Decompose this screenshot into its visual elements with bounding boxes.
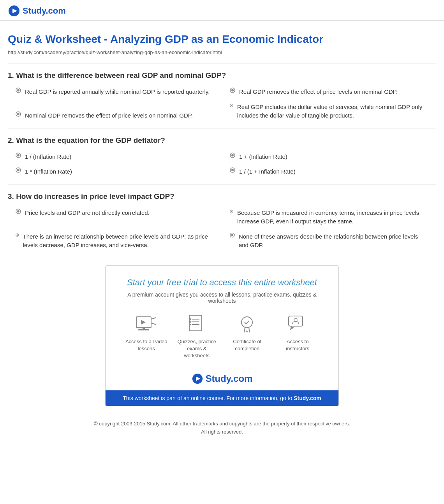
- feature-icon-video-container: [135, 314, 158, 335]
- radio-icon[interactable]: [230, 88, 235, 93]
- question-3: 3. How do increases in price level impac…: [8, 184, 436, 254]
- svg-point-15: [17, 169, 19, 171]
- feature-icon-instructors-container: [286, 314, 309, 335]
- radio-icon[interactable]: [230, 232, 235, 238]
- answer-text: Real GDP includes the dollar value of se…: [237, 103, 428, 120]
- cta-logo-text: Study.com: [206, 373, 253, 384]
- svg-point-11: [17, 154, 19, 156]
- radio-icon[interactable]: [16, 232, 19, 238]
- radio-icon[interactable]: [230, 209, 233, 214]
- svg-point-45: [294, 318, 297, 321]
- answer-option: 1 * (Inflation Rate): [16, 167, 214, 176]
- radio-icon[interactable]: [16, 167, 21, 173]
- answer-text: There is an inverse relationship between…: [23, 232, 214, 250]
- svg-point-39: [241, 317, 252, 328]
- feature-label-video: Access to all video lessons: [125, 338, 168, 352]
- svg-line-30: [151, 318, 156, 319]
- cta-feature-video: Access to all video lessons: [125, 314, 168, 360]
- instructors-icon: [287, 314, 308, 334]
- svg-marker-27: [141, 320, 146, 325]
- question-2: 2. What is the equation for the GDP defl…: [8, 128, 436, 180]
- answer-text: Because GDP is measured in currency term…: [237, 209, 428, 226]
- feature-label-instructors: Access to instructors: [276, 338, 319, 352]
- answer-option: Real GDP removes the effect of price lev…: [230, 88, 428, 97]
- cta-feature-instructors: Access to instructors: [276, 314, 319, 360]
- svg-point-9: [231, 105, 233, 106]
- feature-icon-quiz-container: [185, 314, 208, 335]
- cta-footer-text: This worksheet is part of an online cour…: [113, 395, 331, 401]
- answer-text: Real GDP is reported annually while nomi…: [25, 88, 210, 97]
- cta-features: Access to all video lessons: [121, 314, 323, 360]
- answer-option: 1 + (Inflation Rate): [230, 153, 428, 162]
- answer-option: Nominal GDP removes the effect of price …: [16, 104, 214, 120]
- radio-icon[interactable]: [16, 111, 21, 117]
- cta-box: Start your free trial to access this ent…: [105, 265, 339, 407]
- answer-text: 1 / (Inflation Rate): [25, 153, 71, 162]
- radio-icon[interactable]: [230, 153, 235, 158]
- svg-point-3: [17, 89, 19, 91]
- answer-option: Real GDP includes the dollar value of se…: [230, 103, 428, 120]
- svg-line-40: [244, 328, 245, 332]
- svg-point-21: [231, 211, 233, 212]
- svg-rect-28: [138, 329, 149, 330]
- main-content: Quiz & Worksheet - Analyzing GDP as an E…: [0, 21, 444, 452]
- answer-option: Because GDP is measured in currency term…: [230, 209, 428, 226]
- svg-point-7: [17, 113, 19, 115]
- svg-point-37: [190, 321, 191, 323]
- answer-option: Price levels and GDP are not directly co…: [16, 209, 214, 226]
- svg-rect-32: [189, 315, 202, 331]
- radio-icon[interactable]: [230, 167, 235, 173]
- svg-point-17: [231, 169, 234, 171]
- svg-point-19: [17, 210, 19, 212]
- answer-text: Price levels and GDP are not directly co…: [25, 209, 150, 218]
- svg-rect-43: [289, 316, 303, 326]
- logo-text: Study.com: [23, 6, 66, 16]
- answer-option: 1 / (1 + Inflation Rate): [230, 167, 428, 176]
- answer-option: 1 / (Inflation Rate): [16, 153, 214, 162]
- quiz-icon: [186, 314, 208, 334]
- cta-feature-certificate: Certificate of completion: [226, 314, 269, 360]
- radio-icon[interactable]: [16, 153, 21, 158]
- svg-line-31: [151, 323, 156, 325]
- answer-text: 1 * (Inflation Rate): [25, 167, 72, 176]
- answer-text: None of these answers describe the relat…: [239, 232, 428, 250]
- page-url: http://study.com/academy/practice/quiz-w…: [8, 49, 436, 55]
- svg-point-38: [190, 324, 191, 325]
- feature-icon-certificate-container: [236, 314, 259, 335]
- question-1: 1. What is the difference between real G…: [8, 63, 436, 124]
- radio-icon[interactable]: [16, 88, 21, 93]
- answer-text: Nominal GDP removes the effect of price …: [25, 111, 193, 120]
- svg-rect-29: [143, 328, 145, 329]
- question-1-answers: Real GDP is reported annually while nomi…: [8, 88, 436, 120]
- logo: Study.com: [8, 5, 436, 17]
- svg-point-13: [231, 154, 234, 156]
- svg-point-25: [231, 234, 234, 236]
- cta-logo-icon: [192, 373, 203, 385]
- copyright: © copyright 2003-2015 Study.com. All oth…: [8, 414, 436, 444]
- certificate-icon: [236, 314, 258, 334]
- question-3-answers: Price levels and GDP are not directly co…: [8, 209, 436, 250]
- cta-title: Start your free trial to access this ent…: [121, 277, 323, 288]
- question-2-answers: 1 / (Inflation Rate) 1 + (Inflation Rate…: [8, 153, 436, 176]
- cta-logo: Study.com: [121, 367, 323, 390]
- svg-point-5: [231, 89, 234, 91]
- svg-line-41: [249, 328, 250, 332]
- answer-text: 1 + (Inflation Rate): [239, 153, 287, 162]
- answer-option: Real GDP is reported annually while nomi…: [16, 88, 214, 97]
- radio-icon[interactable]: [230, 103, 233, 108]
- svg-marker-44: [290, 326, 294, 330]
- question-2-title: 2. What is the equation for the GDP defl…: [8, 136, 436, 145]
- cta-footer: This worksheet is part of an online cour…: [106, 390, 338, 406]
- svg-marker-42: [246, 330, 248, 332]
- cta-container: Start your free trial to access this ent…: [8, 265, 436, 407]
- svg-point-36: [190, 318, 191, 320]
- studycom-logo-icon: [8, 5, 20, 17]
- feature-label-certificate: Certificate of completion: [226, 338, 269, 352]
- cta-footer-link[interactable]: Study.com: [294, 395, 321, 401]
- header: Study.com: [0, 0, 444, 21]
- answer-option: There is an inverse relationship between…: [16, 232, 214, 250]
- question-3-title: 3. How do increases in price level impac…: [8, 192, 436, 201]
- answer-option: None of these answers describe the relat…: [230, 232, 428, 250]
- radio-icon[interactable]: [16, 209, 21, 214]
- video-icon: [136, 314, 157, 334]
